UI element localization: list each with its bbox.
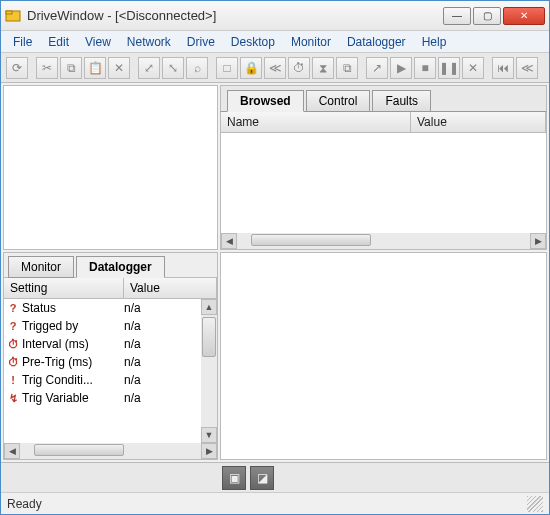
toolbar-button[interactable]: ✕	[108, 57, 130, 79]
datalogger-pane: MonitorDatalogger Setting Value ?Statusn…	[3, 252, 218, 460]
status-text: Ready	[7, 497, 42, 511]
toolbar-button[interactable]: ⏱	[288, 57, 310, 79]
scroll-thumb[interactable]	[251, 234, 371, 246]
datalogger-header: Setting Value	[4, 277, 217, 299]
menu-network[interactable]: Network	[119, 33, 179, 51]
menu-edit[interactable]: Edit	[40, 33, 77, 51]
bottom-button[interactable]: ◪	[250, 466, 274, 490]
column-setting[interactable]: Setting	[4, 278, 124, 298]
scroll-thumb[interactable]	[34, 444, 124, 456]
toolbar-button[interactable]: ⤡	[162, 57, 184, 79]
toolbar-button[interactable]: □	[216, 57, 238, 79]
datalogger-row[interactable]: ?Trigged byn/a	[4, 317, 217, 335]
scroll-down-icon[interactable]: ▼	[201, 427, 217, 443]
tab-browsed[interactable]: Browsed	[227, 90, 304, 112]
statusbar: Ready	[1, 492, 549, 514]
window-title: DriveWindow - [<Disconnected>]	[27, 8, 443, 23]
row-setting: Pre-Trig (ms)	[20, 355, 124, 369]
browse-grid-header: Name Value	[220, 111, 547, 133]
row-icon: ⏱	[6, 338, 20, 350]
datalogger-row[interactable]: ⏱Pre-Trig (ms)n/a	[4, 353, 217, 371]
datalogger-hscroll[interactable]: ◀ ▶	[4, 443, 217, 459]
toolbar-button[interactable]: 🔒	[240, 57, 262, 79]
scroll-vthumb[interactable]	[202, 317, 216, 357]
upper-panes: BrowsedControlFaults Name Value ◀ ▶	[1, 83, 549, 252]
datalogger-row[interactable]: ⏱Interval (ms)n/a	[4, 335, 217, 353]
toolbar-button[interactable]: ⧉	[336, 57, 358, 79]
row-icon: !	[6, 374, 20, 386]
row-icon: ?	[6, 320, 20, 332]
toolbar-button[interactable]: ⟳	[6, 57, 28, 79]
minimize-button[interactable]: —	[443, 7, 471, 25]
toolbar-button[interactable]: ▶	[390, 57, 412, 79]
toolbar-button[interactable]: ≪	[264, 57, 286, 79]
toolbar-button[interactable]: ⧗	[312, 57, 334, 79]
svg-rect-1	[6, 11, 12, 14]
close-button[interactable]: ✕	[503, 7, 545, 25]
toolbar-button[interactable]: ≪	[516, 57, 538, 79]
menu-datalogger[interactable]: Datalogger	[339, 33, 414, 51]
datalogger-vscroll[interactable]: ▲ ▼	[201, 299, 217, 443]
bottom-button[interactable]: ▣	[222, 466, 246, 490]
tab-control[interactable]: Control	[306, 90, 371, 112]
lower-panes: MonitorDatalogger Setting Value ?Statusn…	[1, 252, 549, 462]
monitor-tabs: MonitorDatalogger	[4, 253, 217, 277]
maximize-button[interactable]: ▢	[473, 7, 501, 25]
row-setting: Trig Conditi...	[20, 373, 124, 387]
row-icon: ⏱	[6, 356, 20, 368]
toolbar-button[interactable]: ⤢	[138, 57, 160, 79]
menu-monitor[interactable]: Monitor	[283, 33, 339, 51]
scroll-right-icon[interactable]: ▶	[530, 233, 546, 249]
menu-file[interactable]: File	[5, 33, 40, 51]
tab-monitor[interactable]: Monitor	[8, 256, 74, 278]
resize-grip[interactable]	[527, 496, 543, 512]
toolbar-button[interactable]: ❚❚	[438, 57, 460, 79]
tab-faults[interactable]: Faults	[372, 90, 431, 112]
row-setting: Interval (ms)	[20, 337, 124, 351]
toolbar-button[interactable]: ⌕	[186, 57, 208, 79]
scroll-right-icon[interactable]: ▶	[201, 443, 217, 459]
app-icon	[5, 8, 21, 24]
toolbar-button[interactable]: 📋	[84, 57, 106, 79]
column-name[interactable]: Name	[221, 112, 411, 132]
browse-tabs: BrowsedControlFaults	[220, 85, 547, 111]
toolbar-button[interactable]: ↗	[366, 57, 388, 79]
menu-help[interactable]: Help	[414, 33, 455, 51]
browse-hscroll[interactable]: ◀ ▶	[221, 233, 546, 249]
column-value[interactable]: Value	[124, 278, 217, 298]
row-icon: ↯	[6, 392, 20, 405]
row-icon: ?	[6, 302, 20, 314]
scroll-up-icon[interactable]: ▲	[201, 299, 217, 315]
toolbar-button[interactable]: ✂	[36, 57, 58, 79]
datalogger-row[interactable]: ↯Trig Variablen/a	[4, 389, 217, 407]
menu-desktop[interactable]: Desktop	[223, 33, 283, 51]
column-value[interactable]: Value	[411, 112, 546, 132]
toolbar-button[interactable]: ✕	[462, 57, 484, 79]
row-setting: Status	[20, 301, 124, 315]
scroll-left-icon[interactable]: ◀	[4, 443, 20, 459]
menubar: FileEditViewNetworkDriveDesktopMonitorDa…	[1, 31, 549, 53]
toolbar-button[interactable]: ⧉	[60, 57, 82, 79]
browse-grid-body[interactable]: ◀ ▶	[220, 133, 547, 250]
toolbar-button[interactable]: ⏮	[492, 57, 514, 79]
tree-pane[interactable]	[3, 85, 218, 250]
menu-view[interactable]: View	[77, 33, 119, 51]
bottom-toolbar: ▣◪	[1, 462, 549, 492]
toolbar-button[interactable]: ■	[414, 57, 436, 79]
datalogger-row[interactable]: ?Statusn/a	[4, 299, 217, 317]
toolbar: ⟳✂⧉📋✕⤢⤡⌕□🔒≪⏱⧗⧉↗▶■❚❚✕⏮≪	[1, 53, 549, 83]
browse-pane: BrowsedControlFaults Name Value ◀ ▶	[220, 85, 547, 250]
scroll-left-icon[interactable]: ◀	[221, 233, 237, 249]
row-setting: Trig Variable	[20, 391, 124, 405]
datalogger-row[interactable]: !Trig Conditi...n/a	[4, 371, 217, 389]
app-window: DriveWindow - [<Disconnected>] — ▢ ✕ Fil…	[0, 0, 550, 515]
row-setting: Trigged by	[20, 319, 124, 333]
client-area: BrowsedControlFaults Name Value ◀ ▶ Moni…	[1, 83, 549, 462]
titlebar[interactable]: DriveWindow - [<Disconnected>] — ▢ ✕	[1, 1, 549, 31]
detail-pane[interactable]	[220, 252, 547, 460]
tab-datalogger[interactable]: Datalogger	[76, 256, 165, 278]
menu-drive[interactable]: Drive	[179, 33, 223, 51]
datalogger-body[interactable]: ?Statusn/a?Trigged byn/a⏱Interval (ms)n/…	[4, 299, 217, 459]
